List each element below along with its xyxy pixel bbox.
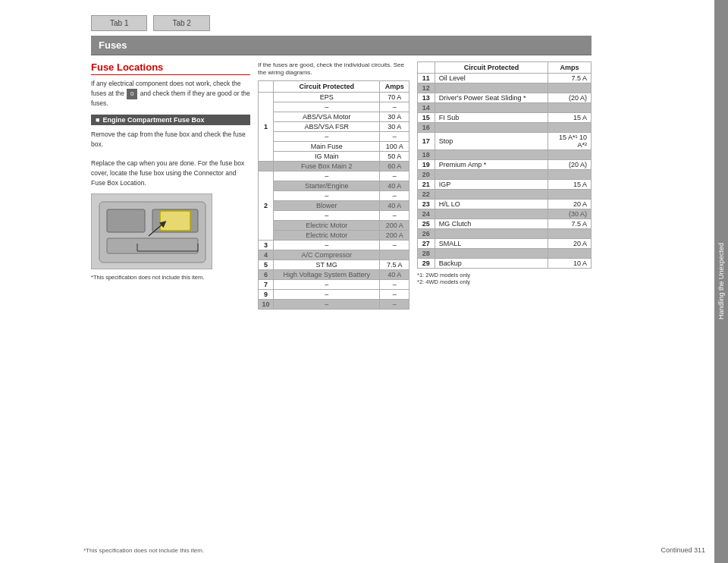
row-num-3: 3 [259, 240, 274, 250]
table-row-gray: 24 (30 A) [418, 209, 592, 219]
circuit-12 [435, 83, 548, 93]
table-row: 7 – – [259, 279, 410, 289]
num-21: 21 [418, 180, 435, 190]
row-num-6: 6 [259, 269, 274, 279]
amps-dash3: – [380, 171, 410, 181]
circuit-oil-level: Oil Level [435, 74, 548, 83]
table-row-gray: 6 High Voltage System Battery 40 A [259, 269, 410, 279]
circuit-stop: Stop [435, 133, 548, 150]
table-row: 19 Premium Amp * (20 A) [418, 160, 592, 170]
table-row: 1 EPS 70 A [259, 92, 410, 102]
circuit-igp: IGP [435, 180, 548, 190]
table-row-gray: 18 [418, 150, 592, 160]
table-row-gray: 28 [418, 249, 592, 259]
num-27: 27 [418, 239, 435, 249]
table-row: 5 ST MG 7.5 A [259, 259, 410, 269]
engine-box-title: ■ Engine Compartment Fuse Box [91, 115, 250, 125]
circuit-starter: Starter/Engine [274, 181, 380, 190]
table-row: 25 MG Clutch 7.5 A [418, 219, 592, 229]
engine-box-body: Remove the cap from the fuse box and che… [91, 130, 250, 188]
amps-dash10: – [380, 299, 410, 309]
amps-elec-motor2: 200 A [380, 230, 410, 240]
table-note: If the fuses are good, check the individ… [258, 61, 410, 77]
amps-eps: 70 A [380, 92, 410, 102]
amps-hv: 40 A [380, 269, 410, 279]
circuit-ac: A/C Compressor [274, 250, 380, 259]
circuit-26 [435, 229, 548, 239]
row-num-5: 5 [259, 259, 274, 269]
amps-22 [548, 190, 592, 200]
table-row-gray: 16 [418, 123, 592, 133]
table-row: 15 FI Sub 15 A [418, 113, 592, 123]
circuit-elec-motor2: Electric Motor [274, 230, 380, 240]
amps-igp: 15 A [548, 180, 592, 190]
footnote-left: *This specification does not include thi… [91, 274, 250, 281]
page-footer-left: *This specification does not include thi… [83, 547, 204, 554]
col-header-amps: Amps [380, 80, 410, 92]
table-row-gray: 4 A/C Compressor [259, 250, 410, 259]
amps-28 [548, 249, 592, 259]
tab-2[interactable]: Tab 2 [153, 15, 209, 31]
amps-dash5: – [380, 210, 410, 220]
amps-stop: 15 A*¹ 10 A*² [548, 133, 592, 150]
num-28: 28 [418, 249, 435, 259]
table-row-gray: 26 [418, 229, 592, 239]
table-row-gray: Electric Motor 200 A [259, 220, 410, 230]
circuit-24 [435, 209, 548, 219]
num-11: 11 [418, 74, 435, 83]
table-row: 21 IGP 15 A [418, 180, 592, 190]
amps-12 [548, 83, 592, 93]
circuit-elec-motor1: Electric Motor [274, 220, 380, 230]
row-num-10: 10 [259, 299, 274, 309]
circuit-dash2: – [274, 131, 380, 141]
table-row: 17 Stop 15 A*¹ 10 A*² [418, 133, 592, 150]
table-row-gray: Electric Motor 200 A [259, 230, 410, 240]
table-row-gray: Fuse Box Main 2 60 A [259, 161, 410, 171]
circuit-18 [435, 150, 548, 160]
row-num-9: 9 [259, 289, 274, 299]
circuit-dash9: – [274, 289, 380, 299]
right-column: Circuit Protected Amps 11 Oil Level 7.5 … [417, 61, 592, 310]
table-row: 13 Driver's Power Seat Sliding * (20 A) [418, 93, 592, 103]
circuit-driver-seat: Driver's Power Seat Sliding * [435, 93, 548, 103]
amps-20 [548, 170, 592, 180]
num-12: 12 [418, 83, 435, 93]
circuit-dash5: – [274, 210, 380, 220]
circuit-main-fuse: Main Fuse [274, 141, 380, 151]
num-14: 14 [418, 103, 435, 113]
amps-dash9: – [380, 289, 410, 299]
num-23: 23 [418, 200, 435, 209]
table-row: 9 – – [259, 289, 410, 299]
fuse-table-left: Circuit Protected Amps 1 EPS 70 A – – [258, 80, 410, 310]
svg-rect-2 [107, 209, 145, 232]
table-row-gray: 10 – – [259, 299, 410, 309]
row-num-2: 2 [259, 171, 274, 240]
amps-24: (30 A) [548, 209, 592, 219]
circuit-20 [435, 170, 548, 180]
circuit-dash6: – [274, 240, 380, 250]
amps-small: 20 A [548, 239, 592, 249]
circuit-fi-sub: FI Sub [435, 113, 548, 123]
amps-main-fuse: 100 A [380, 141, 410, 151]
left-body-text: If any electrical component does not wor… [91, 80, 250, 109]
section-title: Fuses [91, 36, 592, 55]
middle-column: If the fuses are good, check the individ… [258, 61, 410, 310]
num-26: 26 [418, 229, 435, 239]
car-image [91, 193, 212, 269]
table-row: 29 Backup 10 A [418, 259, 592, 269]
table-row-gray: Blower 40 A [259, 200, 410, 210]
page-number: Continued 311 [661, 546, 705, 554]
circuit-hv: High Voltage System Battery [274, 269, 380, 279]
circuit-dash10: – [274, 299, 380, 309]
circuit-small: SMALL [435, 239, 548, 249]
row-num-blank [259, 161, 274, 171]
amps-fuse-box-main2: 60 A [380, 161, 410, 171]
table-row: 2 – – [259, 171, 410, 181]
row-num-1: 1 [259, 92, 274, 161]
amps-dash4: – [380, 190, 410, 200]
row-num-7: 7 [259, 279, 274, 289]
circuit-fuse-box-main2: Fuse Box Main 2 [274, 161, 380, 171]
amps-starter: 40 A [380, 181, 410, 190]
tab-1[interactable]: Tab 1 [91, 15, 147, 31]
amps-oil-level: 7.5 A [548, 74, 592, 83]
